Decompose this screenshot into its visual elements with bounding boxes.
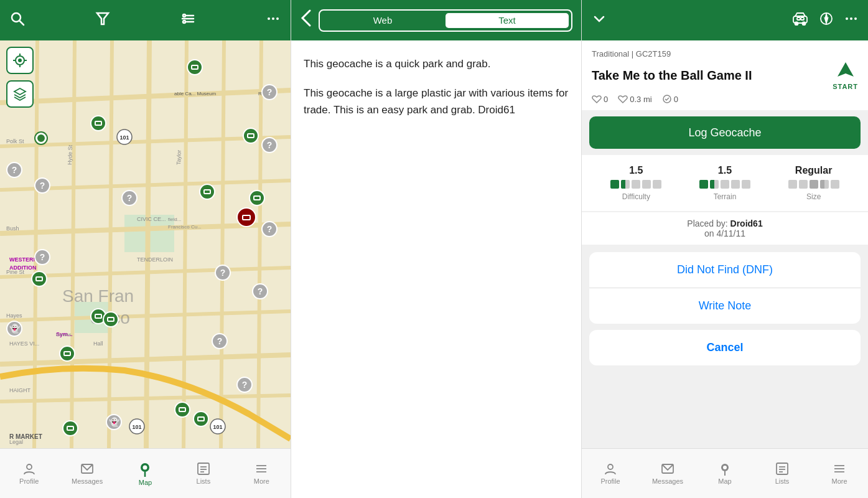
nav-profile-label: Profile [19,477,39,485]
svg-text:able Ca... Museum: able Ca... Museum [174,91,216,96]
right-nav-map[interactable]: Map [706,462,744,485]
svg-text:Taylor: Taylor [175,150,182,165]
dropdown-icon[interactable] [592,11,607,30]
gc-marker[interactable] [174,402,190,418]
gc-marker[interactable] [59,345,75,362]
right-nav-messages[interactable]: Messages [649,462,686,485]
gc-marker[interactable] [103,311,119,327]
map-area[interactable]: Broadway Polk St Bush Pine St Hayes San … [0,40,291,448]
more-options-icon[interactable] [844,12,858,29]
more-menu-icon[interactable] [266,11,281,30]
right-nav-messages-label: Messages [652,477,683,485]
gc-marker[interactable] [199,184,215,200]
layers-button[interactable] [6,80,34,108]
placed-by-date: 4/11/11 [716,228,745,238]
difficulty-value: 1.5 [629,165,643,176]
gc-marker-gray[interactable]: ? [236,377,253,393]
ratings-section: 1.5 Difficulty 1.5 Terrain Regular [582,155,868,211]
right-header-actions [792,12,858,29]
terrain-dots [699,180,750,189]
size-dots [788,180,839,189]
cache-title-row: Take Me to the Ball Game II START [592,61,858,90]
car-icon[interactable] [792,12,808,29]
distance-value: 0.3 mi [630,95,651,104]
gc-marker[interactable] [187,59,203,75]
dot-2 [621,180,630,189]
gc-marker-gray[interactable]: ? [261,84,278,100]
gc-marker[interactable] [90,115,106,131]
svg-rect-81 [801,17,804,20]
gc-marker[interactable] [62,420,78,436]
search-icon[interactable] [10,11,25,30]
cache-meta: Traditional | GC2T159 [592,49,858,59]
svg-text:Francisco Cu...: Francisco Cu... [168,224,202,230]
svg-point-69 [143,466,147,470]
svg-text:CIVIC CE...: CIVIC CE... [137,216,166,222]
dnf-button[interactable]: Did Not Find (DNF) [589,252,861,288]
placed-by-prefix: Placed by: [687,218,730,228]
nav-profile[interactable]: Profile [11,462,48,485]
nav-lists[interactable]: Lists [185,462,222,485]
gc-marker-gray[interactable]: ? [261,137,278,153]
svg-point-90 [608,464,613,469]
crosshair-button[interactable] [6,47,34,74]
difficulty-label: Difficulty [622,192,650,201]
gc-marker-gray[interactable]: ? [34,177,50,194]
svg-point-86 [850,17,852,20]
filter-icon[interactable] [95,11,110,30]
action-btn-group: Did Not Find (DNF) Write Note [589,252,861,324]
gc-marker-gray[interactable]: ? [252,283,268,299]
compass-icon[interactable] [819,12,833,29]
nav-more[interactable]: More [243,462,280,485]
right-nav-lists[interactable]: Lists [763,462,801,485]
middle-panel: Web Text This geocache is a quick park a… [291,0,582,498]
svg-point-64 [19,59,21,62]
gc-marker[interactable] [249,190,265,206]
gc-marker-gray[interactable]: ? [121,190,138,206]
tab-text[interactable]: Text [446,13,569,28]
svg-rect-95 [777,463,788,474]
cache-stats: 0 0.3 mi 0 [592,94,858,104]
svg-text:Hall: Hall [93,341,103,347]
dot-5 [831,180,839,189]
gc-marker-gray[interactable]: 👻 [106,414,122,430]
gc-marker[interactable] [31,271,47,287]
user-location [35,133,47,144]
cache-description-2: This geocache is a large plastic jar wit… [304,85,569,118]
placed-by-section: Placed by: Droid61 on 4/11/11 [582,212,868,245]
right-nav-map-label: Map [718,477,731,485]
gc-marker-selected[interactable] [236,207,256,227]
gc-marker-gray[interactable]: ? [34,249,50,265]
gc-marker-gray[interactable]: ? [6,162,22,178]
gc-marker-gray[interactable]: ? [215,265,231,281]
back-button[interactable] [300,8,312,32]
tab-web[interactable]: Web [321,12,444,29]
start-label: START [833,83,858,90]
difficulty-dots [610,180,661,189]
gc-marker-gray[interactable]: 👻 [6,321,22,337]
dot-4 [820,180,829,189]
write-note-button[interactable]: Write Note [589,288,861,324]
right-header [582,0,868,40]
right-panel: Traditional | GC2T159 Take Me to the Bal… [582,0,868,498]
start-button[interactable]: START [833,61,858,90]
gc-marker[interactable] [193,411,209,427]
gc-marker-gray[interactable]: ? [261,221,278,237]
dot-3 [721,180,729,189]
right-nav-profile[interactable]: Profile [592,462,629,485]
right-bottom-nav: Profile Messages Map Lists [582,448,868,498]
log-geocache-button[interactable]: Log Geocache [589,116,861,149]
right-nav-more[interactable]: More [821,462,858,485]
nav-map[interactable]: Map [126,461,164,486]
size-value: Regular [795,165,833,176]
gc-marker-gray[interactable]: ? [212,333,228,349]
dot-4 [642,180,651,189]
svg-text:Polk St: Polk St [6,138,24,144]
cancel-button[interactable]: Cancel [589,330,861,365]
dot-3 [810,180,818,189]
svg-rect-70 [198,463,209,474]
nav-messages[interactable]: Messages [68,462,106,485]
list-filter-icon[interactable] [180,11,195,30]
svg-text:Hyde St: Hyde St [67,144,73,165]
gc-marker[interactable] [243,128,259,144]
